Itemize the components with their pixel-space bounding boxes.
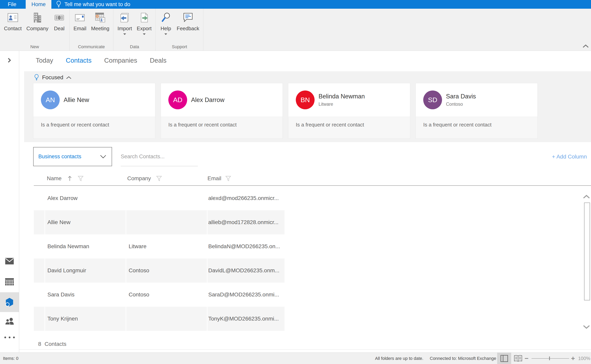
contacts-table: Alex Darrow alexd@mod266235.onmicr... Al…: [19, 186, 591, 331]
dropdown-caret-icon: [164, 33, 167, 35]
help-button[interactable]: Help: [157, 11, 174, 35]
column-header-email[interactable]: Email: [208, 173, 221, 184]
zoom-slider-track[interactable]: [532, 358, 569, 359]
chevron-up-icon[interactable]: [66, 76, 71, 79]
cell-company: [126, 210, 207, 234]
column-header-company[interactable]: Company: [127, 173, 151, 184]
ribbon-group-label: Data: [113, 44, 156, 49]
sidebar-item-people[interactable]: [0, 318, 19, 325]
contact-card[interactable]: SD Sara Davis Contoso Is a frequent or r…: [416, 83, 538, 139]
new-contact-button[interactable]: Contact: [2, 11, 24, 32]
cell-name: Tony Krijnen: [45, 307, 126, 331]
search-contacts-input[interactable]: [121, 154, 198, 160]
contacts-count-label: Contacts: [45, 341, 67, 347]
focused-cards: AN Allie New Is a frequent or recent con…: [33, 83, 538, 139]
export-button[interactable]: Export: [134, 11, 154, 35]
cell-name: Alex Darrow: [45, 186, 126, 210]
table-row[interactable]: Belinda Newman Litware BelindaN@MOD26623…: [19, 234, 591, 259]
tab-contacts[interactable]: Contacts: [66, 57, 91, 64]
people-icon: [5, 318, 14, 325]
cell-email: TonyK@MOD266235.onmi...: [208, 307, 285, 331]
focused-section: Focused AN Allie New Is a frequent or re…: [24, 71, 591, 142]
ribbon-group-communicate: Email Meeting Communicate: [70, 9, 114, 51]
card-name: Belinda Newman: [318, 93, 365, 100]
customer-manager-icon: [5, 297, 14, 307]
contact-card[interactable]: AN Allie New Is a frequent or recent con…: [33, 83, 155, 139]
avatar: SD: [423, 91, 442, 109]
card-top: AD Alex Darrow: [161, 83, 283, 117]
zoom-in-button[interactable]: +: [571, 353, 575, 364]
table-header: Name Company Email: [19, 173, 591, 186]
card-top: BN Belinda Newman Litware: [288, 83, 410, 117]
button-label: Company: [26, 26, 48, 32]
ribbon-group-label: Communicate: [70, 44, 113, 49]
row-gutter: [34, 210, 45, 234]
filter-icon[interactable]: [78, 176, 84, 182]
card-company: Contoso: [446, 102, 476, 107]
add-column-button[interactable]: + Add Column: [552, 147, 587, 166]
tab-today[interactable]: Today: [36, 57, 53, 64]
expand-folder-pane-button[interactable]: [0, 58, 19, 63]
table-row[interactable]: Allie New allieb@mod172828.onmicr...: [19, 210, 591, 234]
scrollbar-thumb[interactable]: [584, 202, 590, 300]
scroll-up-icon[interactable]: [583, 195, 590, 199]
sidebar-item-more[interactable]: [0, 337, 19, 338]
zoom-level[interactable]: 100%: [578, 353, 590, 364]
tab-deals[interactable]: Deals: [150, 57, 166, 64]
button-label: Import: [117, 26, 132, 32]
table-row[interactable]: Tony Krijnen TonyK@MOD266235.onmi...: [19, 307, 591, 331]
meeting-button[interactable]: Meeting: [89, 11, 112, 32]
magnifier-icon: [160, 12, 172, 24]
tab-file[interactable]: File: [0, 0, 24, 9]
filter-icon[interactable]: [156, 176, 162, 182]
tab-home[interactable]: Home: [26, 0, 51, 9]
column-header-name[interactable]: Name: [47, 173, 62, 184]
ribbon-group-label: Support: [156, 44, 203, 49]
calendar-person-icon: [94, 12, 106, 24]
tab-companies[interactable]: Companies: [104, 57, 137, 64]
ribbon-group-label: New: [0, 44, 69, 49]
zoom-slider-handle[interactable]: [549, 357, 550, 360]
contact-card[interactable]: AD Alex Darrow Is a frequent or recent c…: [161, 83, 283, 139]
focused-header[interactable]: Focused: [34, 74, 71, 81]
tell-me-box[interactable]: Tell me what you want to do: [56, 0, 130, 9]
new-deal-button[interactable]: Deal: [51, 11, 68, 32]
button-label: Email: [73, 26, 86, 32]
table-row[interactable]: Sara Davis Contoso SaraD@MOD266235.onmi.…: [19, 283, 591, 307]
more-dot: [9, 337, 11, 338]
reading-view-button[interactable]: [513, 353, 523, 364]
chevron-up-icon: [583, 44, 589, 48]
reading-view-icon: [514, 355, 522, 362]
dropdown-caret-icon: [143, 33, 146, 35]
sidebar-item-customer-manager[interactable]: [0, 292, 19, 312]
feedback-button[interactable]: Feedback: [174, 11, 201, 32]
scroll-down-icon[interactable]: [583, 325, 590, 329]
search-box: [121, 147, 198, 166]
zoom-out-button[interactable]: −: [525, 353, 529, 364]
import-button[interactable]: Import: [115, 11, 134, 35]
sort-ascending-icon[interactable]: [68, 176, 72, 181]
table-row[interactable]: David Longmuir Contoso DavidL@MOD266235.…: [19, 259, 591, 283]
email-button[interactable]: Email: [71, 11, 89, 32]
chevron-right-icon: [8, 58, 11, 63]
card-caption: Is a frequent or recent contact: [33, 117, 155, 138]
ribbon-tab-bar: File Home Tell me what you want to do: [0, 0, 591, 9]
sidebar-item-mail[interactable]: [0, 258, 19, 264]
table-row[interactable]: Alex Darrow alexd@mod266235.onmicr...: [19, 186, 591, 210]
ribbon-group-data: Import Export Data: [113, 9, 156, 51]
new-company-button[interactable]: Company: [24, 11, 51, 32]
normal-view-button[interactable]: [497, 353, 511, 364]
contact-card[interactable]: BN Belinda Newman Litware Is a frequent …: [288, 83, 410, 139]
cell-name: David Longmuir: [45, 259, 126, 283]
connection-status: Connected to: Microsoft Exchange: [430, 353, 496, 364]
items-count: Items: 0: [3, 353, 18, 364]
filter-icon[interactable]: [225, 176, 231, 182]
more-dot: [4, 337, 6, 338]
sidebar-item-calendar[interactable]: [0, 278, 19, 286]
folders-status: All folders are up to date.: [375, 353, 423, 364]
contact-filter-dropdown[interactable]: Business contacts: [33, 147, 112, 166]
button-label: Deal: [54, 26, 65, 32]
panel-bottom-divider: [19, 349, 591, 350]
collapse-ribbon-button[interactable]: [583, 44, 589, 49]
button-label: Help: [161, 26, 171, 32]
